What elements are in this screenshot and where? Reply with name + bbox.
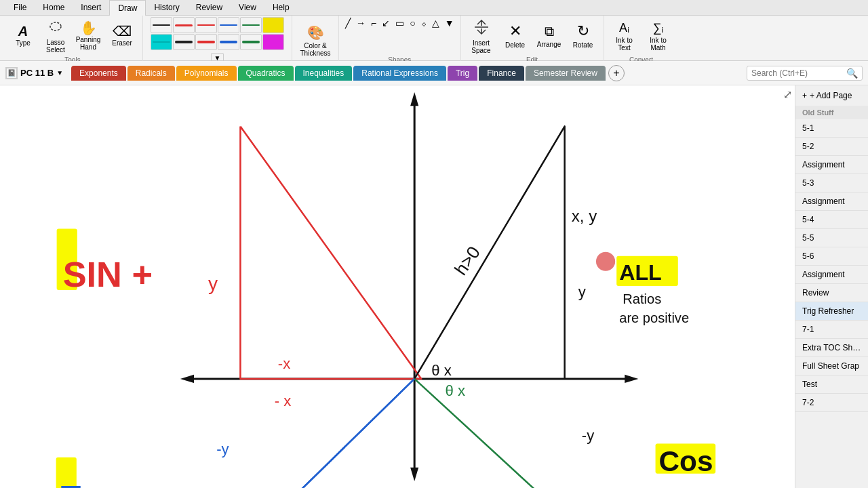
shape-more[interactable]: ▼ <box>443 17 456 29</box>
svg-point-0 <box>50 22 61 30</box>
ribbon-tab-insert[interactable]: Insert <box>73 0 109 15</box>
svg-text:are positive: are positive <box>619 310 689 325</box>
ribbon-tab-draw[interactable]: Draw <box>109 0 146 16</box>
page-item[interactable]: Assignment <box>795 156 868 174</box>
page-item[interactable]: Full Sheet Grap <box>795 357 868 375</box>
svg-marker-3 <box>410 468 418 481</box>
ribbon-tab-home[interactable]: Home <box>35 0 73 15</box>
pen-green-1[interactable] <box>240 17 262 33</box>
svg-text:Ratios: Ratios <box>623 291 661 306</box>
search-input[interactable] <box>751 68 846 78</box>
shape-diamond[interactable]: ⬦ <box>419 17 429 29</box>
insert-space-button[interactable]: InsertSpace <box>465 17 498 55</box>
ink-to-math-button[interactable]: ∑ᵢ Ink toMath <box>642 17 675 55</box>
pages-list: Old Stuff5-15-2Assignment5-3Assignment5-… <box>795 106 868 412</box>
page-item[interactable]: Test <box>795 375 868 394</box>
ribbon-tab-file[interactable]: File <box>5 0 35 15</box>
delete-label: Delete <box>505 41 525 49</box>
ribbon-tab-history[interactable]: History <box>146 0 187 15</box>
shape-line[interactable]: ╱ <box>343 17 353 29</box>
pen-magenta[interactable] <box>262 34 284 50</box>
lasso-icon <box>47 18 64 37</box>
search-icon[interactable]: 🔍 <box>846 68 858 79</box>
pen-blue-2[interactable] <box>218 34 239 50</box>
shape-ellipse[interactable]: ○ <box>408 17 417 29</box>
pen-cyan-1[interactable] <box>151 34 172 50</box>
ink-to-text-icon: Aᵢ <box>619 20 629 35</box>
section-tab-inequalities[interactable]: Inequalities <box>295 66 353 81</box>
pen-black-2[interactable] <box>173 34 195 50</box>
notebook-name[interactable]: 📓 PC 11 B ▼ <box>5 67 63 79</box>
page-item[interactable]: 7-2 <box>795 394 868 412</box>
page-item[interactable]: Review <box>795 284 868 302</box>
pen-black[interactable] <box>151 17 172 33</box>
shape-arrow-left[interactable]: ↙ <box>380 17 392 29</box>
ink-to-math-icon: ∑ᵢ <box>653 20 664 35</box>
delete-button[interactable]: ✕ Delete <box>499 17 532 55</box>
page-item[interactable]: 5-5 <box>795 229 868 247</box>
panning-hand-label: PanningHand <box>76 36 101 51</box>
color-thickness-group: 🎨 Color &Thickness <box>292 16 339 65</box>
search-box: 🔍 <box>747 66 863 81</box>
page-group-header: Old Stuff <box>795 106 868 119</box>
ink-to-text-button[interactable]: Aᵢ Ink toText <box>608 17 641 55</box>
shape-triangle[interactable]: △ <box>430 17 441 29</box>
pen-yellow-1[interactable] <box>262 17 284 33</box>
add-page-button[interactable]: + + Add Page <box>795 85 868 106</box>
add-page-icon: + <box>802 91 807 100</box>
page-item[interactable]: 5-2 <box>795 138 868 156</box>
shape-arrow-right[interactable]: → <box>354 17 368 29</box>
pen-green-2[interactable] <box>240 34 262 50</box>
shape-rect[interactable]: ▭ <box>393 17 406 29</box>
page-item[interactable]: Assignment <box>795 266 868 284</box>
svg-text:ALL: ALL <box>619 260 662 285</box>
eraser-button[interactable]: ⌫ Eraser <box>106 17 138 55</box>
section-tab-rational-expressions[interactable]: Rational Expressions <box>353 66 446 81</box>
ribbon-tab-view[interactable]: View <box>231 0 264 15</box>
arrange-button[interactable]: ⧉ Arrange <box>533 17 566 55</box>
page-item[interactable]: 7-1 <box>795 321 868 339</box>
insert-space-label: InsertSpace <box>471 39 490 54</box>
ink-to-text-label: Ink toText <box>616 37 632 52</box>
add-section-button[interactable]: + <box>608 65 625 81</box>
section-tab-polynomials[interactable]: Polynomials <box>176 66 237 81</box>
svg-text:x, y: x, y <box>572 207 598 225</box>
pen-red-3[interactable] <box>195 34 217 50</box>
section-tab-radicals[interactable]: Radicals <box>127 66 175 81</box>
expand-icon[interactable]: ⤢ <box>783 88 792 101</box>
canvas-area[interactable]: ⤢ y -x - x <box>0 85 795 488</box>
panning-hand-button[interactable]: ✋ PanningHand <box>72 17 104 55</box>
pen-red-1[interactable] <box>173 17 195 33</box>
page-item[interactable]: 5-1 <box>795 119 868 138</box>
svg-text:-y: -y <box>216 441 229 458</box>
section-tab-quadratics[interactable]: Quadratics <box>238 66 294 81</box>
color-thickness-button[interactable]: 🎨 Color &Thickness <box>296 22 334 60</box>
section-tab-finance[interactable]: Finance <box>479 66 524 81</box>
ribbon-tab-help[interactable]: Help <box>264 0 298 15</box>
convert-group: Aᵢ Ink toText ∑ᵢ Ink toMath Convert <box>604 16 679 65</box>
page-item[interactable]: Assignment <box>795 192 868 211</box>
page-item[interactable]: 5-4 <box>795 211 868 229</box>
section-tab-semester-review[interactable]: Semester Review <box>526 66 606 81</box>
eraser-icon: ⌫ <box>113 24 132 38</box>
type-button[interactable]: A Type <box>7 17 39 55</box>
svg-text:y: y <box>208 272 218 294</box>
section-tab-exponents[interactable]: Exponents <box>71 66 126 81</box>
lasso-label: LassoSelect <box>46 39 65 54</box>
page-item[interactable]: Extra TOC Sheet <box>795 339 868 357</box>
rotate-button[interactable]: ↻ Rotate <box>567 17 599 55</box>
svg-text:SIN +: SIN + <box>63 255 153 294</box>
pen-blue-1[interactable] <box>218 17 239 33</box>
svg-text:y: y <box>578 283 587 300</box>
shape-corner[interactable]: ⌐ <box>369 17 378 29</box>
svg-text:T: T <box>61 479 81 488</box>
page-item[interactable]: Trig Refresher <box>795 302 868 321</box>
page-item[interactable]: 5-6 <box>795 247 868 266</box>
page-item[interactable]: 5-3 <box>795 174 868 192</box>
pen-red-2[interactable] <box>195 17 217 33</box>
ribbon-tab-review[interactable]: Review <box>188 0 231 15</box>
section-tab-trig[interactable]: Trig <box>448 66 477 81</box>
lasso-button[interactable]: LassoSelect <box>41 17 71 55</box>
add-page-label: + Add Page <box>810 91 852 100</box>
tools-group: A Type LassoSelect ✋ PanningHand ⌫ Erase… <box>3 16 143 65</box>
